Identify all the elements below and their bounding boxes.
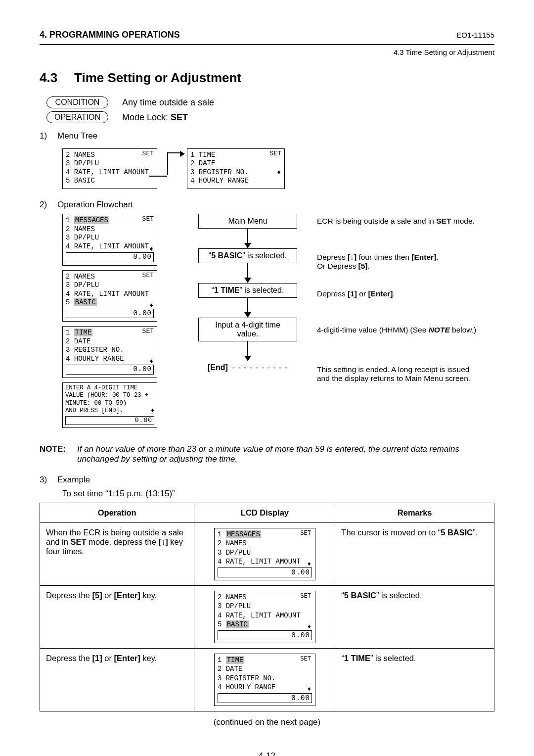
updown-icon: ♦ bbox=[149, 358, 153, 366]
updown-icon: ♦ bbox=[277, 169, 281, 177]
lcd-line: 2 NAMES bbox=[66, 273, 154, 282]
sec3-num: 3) bbox=[40, 475, 57, 485]
operation-text: Mode Lock: SET bbox=[122, 112, 188, 123]
flow-lcd-3: SET 1 TIME 2 DATE 3 REGISTER NO. 4 HOURL… bbox=[62, 326, 157, 378]
flow-box-basic: “5 BASIC” is selected. bbox=[198, 248, 297, 263]
set-tag: SET bbox=[142, 328, 154, 335]
set-tag: SET bbox=[300, 656, 311, 663]
lcd-line: 5 BASIC bbox=[66, 177, 154, 186]
table-row: Depress the [1] or [Enter] key. SET 1 TI… bbox=[40, 649, 494, 711]
flow-box-input: Input a 4-digit timevalue. bbox=[198, 318, 297, 341]
col-lcd: LCD Display bbox=[194, 503, 335, 523]
lcd-line: 3 DP/PLU bbox=[66, 281, 154, 290]
updown-icon: ♦ bbox=[308, 686, 311, 694]
set-tag: SET bbox=[300, 593, 311, 601]
lcd-line: 2 DATE bbox=[190, 159, 281, 168]
table-lcd-1: SET 1 MESSAGES 2 NAMES 3 DP/PLU 4 RATE, … bbox=[214, 528, 315, 580]
cell-operation: Depress the [1] or [Enter] key. bbox=[40, 649, 194, 711]
lcd-footer: 0.00 bbox=[218, 630, 312, 640]
menu-tree-left: SET 2 NAMES 3 DP/PLU 4 RATE, LIMIT AMOUN… bbox=[62, 148, 157, 189]
lcd-line: 4 RATE, LIMIT AMOUNT bbox=[66, 290, 154, 299]
cell-lcd: SET 1 MESSAGES 2 NAMES 3 DP/PLU 4 RATE, … bbox=[194, 523, 335, 586]
updown-icon: ♦ bbox=[149, 245, 153, 253]
operation-pill: OPERATION bbox=[46, 111, 108, 123]
flow-col-desc: ECR is being outside a sale and in SET m… bbox=[317, 214, 494, 432]
example-table: Operation LCD Display Remarks When the E… bbox=[40, 503, 494, 711]
header-sub: 4.3 Time Setting or Adjustment bbox=[40, 48, 494, 56]
dash-line: - - - - - - - - - - bbox=[232, 363, 288, 372]
flow-desc-1: ECR is being outside a sale and in SET m… bbox=[317, 217, 494, 226]
table-lcd-2: SET 2 NAMES 3 DP/PLU 4 RATE, LIMIT AMOUN… bbox=[214, 591, 315, 643]
header-right: EO1-11155 bbox=[456, 31, 494, 39]
lcd-line: 3 REGISTER NO. bbox=[190, 168, 281, 177]
sec3: 3) Example bbox=[40, 475, 494, 485]
condition-pill: CONDITION bbox=[46, 96, 108, 108]
flow-desc-5a: This setting is ended. A long receipt is… bbox=[317, 365, 494, 374]
note-text1: If an hour value of more than 23 or a mi… bbox=[77, 444, 459, 454]
table-row: When the ECR is being outside a sale and… bbox=[40, 523, 494, 586]
lcd-line: 5 BASIC bbox=[66, 298, 154, 307]
sec2: 2) Operation Flowchart bbox=[40, 200, 494, 210]
sec3-sub: To set time “1:15 p.m. (13:15)” bbox=[62, 489, 494, 499]
header-left: 4. PROGRAMMING OPERATIONS bbox=[40, 30, 180, 40]
lcd-line: 2 NAMES bbox=[66, 151, 154, 160]
sec1-label: Menu Tree bbox=[57, 131, 97, 141]
page-number: 4-12 bbox=[40, 751, 494, 756]
lcd-footer: 0.00 bbox=[218, 693, 312, 703]
page-header: 4. PROGRAMMING OPERATIONS EO1-11155 bbox=[40, 30, 494, 40]
flow-desc-2b: Or Depress [5]. bbox=[317, 262, 494, 271]
lcd-footer: 0.00 bbox=[66, 309, 154, 319]
flow-prompt: ENTER A 4-DIGIT TIME VALUE (HOUR: 00 TO … bbox=[62, 382, 157, 428]
lcd-line: 3 REGISTER NO. bbox=[66, 346, 154, 355]
flow-box-main: Main Menu bbox=[198, 214, 297, 229]
arrow-down-icon bbox=[244, 278, 251, 283]
menu-tree-right: SET 1 TIME 2 DATE 3 REGISTER NO. 4 HOURL… bbox=[187, 148, 285, 189]
lcd-footer: 0.00 bbox=[218, 567, 312, 577]
cell-remarks: “5 BASIC” is selected. bbox=[335, 586, 494, 649]
section-title: 4.3Time Setting or Adjustment bbox=[40, 70, 494, 86]
lcd-line: AND PRESS [END].♦ bbox=[65, 407, 154, 415]
sec1: 1) Menu Tree bbox=[40, 131, 494, 141]
cell-lcd: SET 2 NAMES 3 DP/PLU 4 RATE, LIMIT AMOUN… bbox=[194, 586, 335, 649]
divider bbox=[40, 44, 494, 45]
flow-lcd-1: SET 1 MESSAGES 2 NAMES 3 DP/PLU 4 RATE, … bbox=[62, 214, 157, 266]
table-row: Depress the [5] or [Enter] key. SET 2 NA… bbox=[40, 586, 494, 649]
lcd-line: 4 RATE, LIMIT AMOUNT bbox=[66, 242, 154, 251]
lcd-footer: 0.00 bbox=[66, 365, 154, 375]
lcd-line: 4 RATE, LIMIT AMOUNT bbox=[66, 168, 154, 177]
lcd-line: 3 DP/PLU bbox=[66, 159, 154, 168]
flow-desc-4: 4-digiti-time value (HHMM) (See NOTE bel… bbox=[317, 326, 494, 334]
col-operation: Operation bbox=[40, 503, 194, 523]
set-tag: SET bbox=[142, 215, 154, 223]
lcd-line: VALUE (HOUR: 00 TO 23 + bbox=[65, 392, 154, 400]
updown-icon: ♦ bbox=[149, 302, 153, 310]
lcd-line: ENTER A 4-DIGIT TIME bbox=[65, 384, 154, 392]
sec2-label: Operation Flowchart bbox=[57, 200, 133, 210]
connector bbox=[157, 151, 187, 186]
set-tag: SET bbox=[270, 150, 281, 158]
arrow-down-icon bbox=[244, 243, 251, 248]
cell-remarks: The cursor is moved on to “5 BASIC”. bbox=[335, 523, 494, 586]
flow-desc-5b: and the display returns to Main Menu scr… bbox=[317, 374, 494, 383]
flow-col-lcds: SET 1 MESSAGES 2 NAMES 3 DP/PLU 4 RATE, … bbox=[62, 214, 178, 432]
cell-operation: When the ECR is being outside a sale and… bbox=[40, 523, 194, 586]
lcd-footer: 0.00 bbox=[66, 252, 154, 262]
col-remarks: Remarks bbox=[335, 503, 494, 523]
table-lcd-3: SET 1 TIME 2 DATE 3 REGISTER NO. 4 HOURL… bbox=[214, 654, 315, 706]
cell-remarks: “1 TIME” is selected. bbox=[335, 649, 494, 711]
lcd-line: 4 HOURLY RANGE bbox=[66, 355, 154, 364]
table-header-row: Operation LCD Display Remarks bbox=[40, 503, 494, 523]
sec1-num: 1) bbox=[40, 131, 57, 141]
lcd-line: 2 DATE bbox=[66, 337, 154, 346]
cell-operation: Depress the [5] or [Enter] key. bbox=[40, 586, 194, 649]
flow-desc-3: Depress [1] or [Enter]. bbox=[317, 289, 494, 298]
updown-icon: ♦ bbox=[308, 561, 311, 568]
cell-lcd: SET 1 TIME 2 DATE 3 REGISTER NO. 4 HOURL… bbox=[194, 649, 335, 711]
continued-note: (continued on the next page) bbox=[40, 717, 494, 727]
flow-col-boxes: Main Menu “5 BASIC” is selected. “1 TIME… bbox=[178, 214, 317, 432]
flow-end: [End] - - - - - - - - - - bbox=[178, 363, 317, 372]
lcd-line: 1 TIME bbox=[190, 151, 281, 160]
lcd-footer: 0.00 bbox=[65, 416, 154, 425]
lcd-line: 3 DP/PLU bbox=[66, 234, 154, 242]
arrow-down-icon bbox=[244, 312, 251, 318]
